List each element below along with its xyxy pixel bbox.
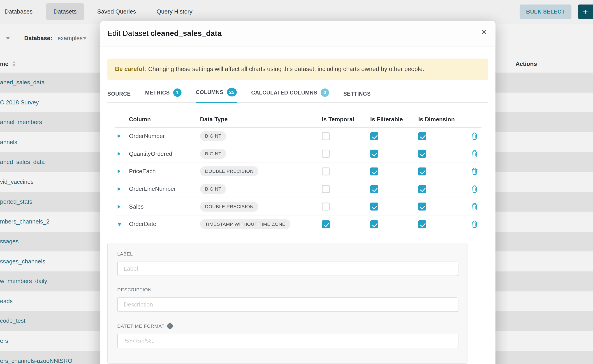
dimension-cell: [418, 220, 468, 228]
delete-trash-icon[interactable]: [471, 150, 478, 158]
caret-cell: [115, 133, 129, 140]
is-filterable-checkbox[interactable]: [370, 150, 378, 158]
expand-caret-icon[interactable]: [118, 134, 120, 138]
column-name: OrderLineNumber: [129, 186, 200, 192]
expand-caret-icon[interactable]: [118, 152, 120, 156]
expand-caret-icon[interactable]: [118, 187, 120, 191]
tab-settings[interactable]: SETTINGS: [343, 91, 371, 102]
field-label: DESCRIPTION: [117, 287, 458, 292]
is-dimension-checkbox[interactable]: [418, 220, 426, 228]
tab-label: CALCULATED COLUMNS: [251, 89, 317, 95]
caret-cell: [115, 221, 129, 228]
dimension-cell: [418, 185, 468, 193]
temporal-cell: [322, 132, 370, 140]
warning-banner: Be careful. Changing these settings will…: [107, 59, 488, 80]
actions-cell: [468, 168, 481, 175]
dimension-cell: [418, 167, 468, 175]
delete-trash-icon[interactable]: [471, 132, 478, 140]
is-filterable-checkbox[interactable]: [370, 185, 378, 193]
is-dimension-checkbox[interactable]: [418, 150, 426, 158]
collapse-caret-icon[interactable]: [118, 223, 121, 226]
column-name: PriceEach: [129, 168, 200, 175]
column-row: OrderLineNumberBIGINT: [115, 180, 481, 198]
modal-tabs: SOURCEMETRICS1COLUMNS25CALCULATED COLUMN…: [107, 88, 488, 103]
caret-cell: [115, 203, 129, 210]
field-label-text: DESCRIPTION: [117, 287, 152, 292]
header-is-dimension: Is Dimension: [418, 116, 468, 123]
actions-cell: [468, 132, 481, 140]
datetime-format-input[interactable]: [117, 334, 459, 348]
temporal-cell: [322, 220, 370, 228]
expand-caret-icon[interactable]: [118, 205, 120, 209]
filterable-cell: [370, 203, 418, 211]
filterable-cell: [370, 132, 418, 140]
description-input[interactable]: [117, 298, 459, 312]
data-type-cell: DOUBLE PRECISION: [200, 202, 322, 212]
info-icon[interactable]: i: [167, 323, 173, 329]
caret-cell: [115, 186, 129, 192]
header-is-temporal: Is Temporal: [322, 116, 370, 123]
column-row: QuantityOrderedBIGINT: [115, 145, 481, 163]
column-row: OrderDateTIMESTAMP WITHOUT TIME ZONE: [115, 216, 481, 233]
tab-metrics[interactable]: METRICS1: [145, 88, 181, 102]
data-type-pill: DOUBLE PRECISION: [200, 202, 259, 212]
actions-cell: [468, 185, 481, 193]
expand-caret-icon[interactable]: [118, 169, 120, 173]
header-is-filterable: Is Filterable: [370, 116, 418, 123]
filterable-cell: [370, 185, 418, 193]
tab-count-badge: 1: [173, 88, 181, 97]
is-filterable-checkbox[interactable]: [370, 220, 378, 228]
editor-field-description: DESCRIPTION: [117, 287, 458, 312]
delete-trash-icon[interactable]: [471, 185, 478, 193]
is-temporal-checkbox[interactable]: [322, 132, 330, 140]
delete-trash-icon[interactable]: [471, 168, 478, 175]
tab-count-badge: 25: [227, 88, 237, 97]
is-temporal-checkbox[interactable]: [322, 220, 330, 228]
temporal-cell: [322, 150, 370, 158]
editor-field-label: LABEL: [117, 252, 458, 276]
caret-cell: [115, 168, 129, 175]
screen: DatabasesDatasetsSaved QueriesQuery Hist…: [0, 0, 593, 364]
is-temporal-checkbox[interactable]: [322, 167, 330, 175]
tab-label: METRICS: [145, 89, 170, 95]
edit-dataset-modal: Edit Datasetcleaned_sales_data × Be care…: [100, 21, 495, 364]
filterable-cell: [370, 220, 418, 228]
is-temporal-checkbox[interactable]: [322, 150, 330, 158]
is-dimension-checkbox[interactable]: [418, 132, 426, 140]
modal-title-prefix: Edit Dataset: [107, 29, 149, 38]
filterable-cell: [370, 150, 418, 158]
label-input[interactable]: [117, 262, 459, 276]
data-type-cell: DOUBLE PRECISION: [200, 166, 322, 176]
actions-cell: [468, 203, 481, 210]
tab-source[interactable]: SOURCE: [107, 91, 131, 102]
data-type-cell: BIGINT: [200, 184, 322, 194]
is-dimension-checkbox[interactable]: [418, 167, 426, 175]
close-icon[interactable]: ×: [481, 27, 487, 38]
modal-body: Be careful. Changing these settings will…: [100, 59, 495, 364]
actions-cell: [468, 150, 481, 158]
is-dimension-checkbox[interactable]: [418, 185, 426, 193]
columns-table: ColumnData TypeIs TemporalIs FilterableI…: [115, 112, 481, 233]
is-temporal-checkbox[interactable]: [322, 185, 330, 193]
is-dimension-checkbox[interactable]: [418, 203, 426, 211]
warning-text: Changing these settings will affect all …: [148, 66, 424, 73]
column-name: OrderNumber: [129, 133, 200, 140]
temporal-cell: [322, 167, 370, 175]
column-name: Sales: [129, 203, 200, 210]
columns-table-header: ColumnData TypeIs TemporalIs FilterableI…: [115, 112, 481, 127]
filterable-cell: [370, 167, 418, 175]
is-filterable-checkbox[interactable]: [370, 167, 378, 175]
data-type-cell: BIGINT: [200, 149, 322, 159]
modal-title-dataset-name: cleaned_sales_data: [151, 29, 222, 38]
delete-trash-icon[interactable]: [471, 203, 478, 210]
is-filterable-checkbox[interactable]: [370, 132, 378, 140]
is-filterable-checkbox[interactable]: [370, 203, 378, 211]
data-type-pill: BIGINT: [200, 131, 226, 141]
is-temporal-checkbox[interactable]: [322, 203, 330, 211]
delete-trash-icon[interactable]: [471, 221, 478, 228]
data-type-cell: BIGINT: [200, 131, 322, 141]
column-row: PriceEachDOUBLE PRECISION: [115, 163, 481, 180]
tab-calculated-columns[interactable]: CALCULATED COLUMNS0: [251, 88, 329, 102]
tab-label: SOURCE: [107, 91, 131, 97]
tab-columns[interactable]: COLUMNS25: [196, 88, 237, 103]
